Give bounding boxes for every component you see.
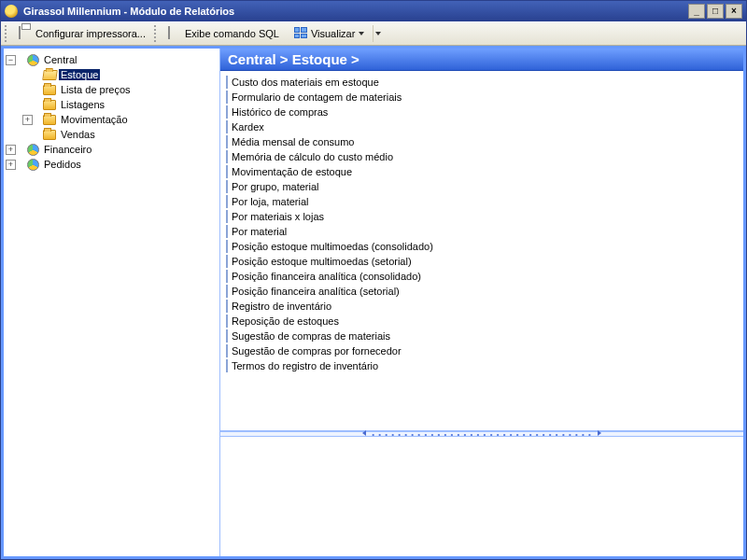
document-icon: [226, 301, 228, 312]
window-controls: _ □ ×: [686, 4, 742, 19]
expand-icon[interactable]: +: [6, 145, 16, 155]
breadcrumb-text: Central > Estoque >: [228, 51, 359, 67]
report-item[interactable]: Reposição de estoques: [226, 314, 738, 329]
tree-node-pedidos[interactable]: +Pedidos: [6, 157, 218, 172]
configure-printer-label: Configurar impressora...: [35, 28, 146, 39]
tree-label: Pedidos: [42, 159, 83, 170]
report-item[interactable]: Por materiais x lojas: [226, 209, 738, 224]
document-icon: [226, 241, 228, 252]
breadcrumb: Central > Estoque >: [220, 49, 743, 71]
report-item[interactable]: Kardex: [226, 119, 738, 134]
report-item[interactable]: Termos do registro de inventário: [226, 358, 738, 373]
document-icon: [226, 330, 228, 342]
document-icon: [226, 77, 228, 88]
chevron-left-icon: [362, 430, 366, 436]
visualize-dropdown[interactable]: [373, 25, 382, 42]
folder-icon: [42, 113, 57, 126]
report-label: Registro de inventário: [232, 301, 331, 312]
configure-printer-button[interactable]: Configurar impressora...: [12, 24, 152, 43]
titlebar[interactable]: Girassol Millennium - Módulo de Relatóri…: [1, 1, 746, 21]
report-item[interactable]: Custo dos materiais em estoque: [226, 75, 738, 90]
report-item[interactable]: Por loja, material: [226, 194, 738, 209]
report-label: Formulario de contagem de materiais: [232, 91, 402, 103]
report-label: Por materiais x lojas: [232, 211, 324, 222]
toolbar-grip[interactable]: [5, 25, 8, 42]
report-item[interactable]: Posição estoque multimoedas (setorial): [226, 254, 738, 269]
report-item[interactable]: Posição financeira analítica (consolidad…: [226, 269, 738, 284]
report-label: Posição estoque multimoedas (setorial): [232, 256, 412, 267]
printer-icon: [19, 27, 32, 40]
report-item[interactable]: Registro de inventário: [226, 299, 738, 314]
chevron-right-icon: [598, 430, 601, 436]
tree-label: Financeiro: [42, 144, 93, 155]
toolbar-grip-2[interactable]: [154, 25, 158, 42]
report-list-pane: Central > Estoque > Custo dos materiais …: [220, 49, 743, 431]
report-label: Memória de cálculo do custo médio: [232, 151, 393, 162]
document-icon: [226, 345, 228, 357]
folder-icon: [42, 128, 57, 141]
tree-spacer: [22, 100, 33, 110]
folder-icon: [42, 98, 57, 111]
tree-node-estoque[interactable]: Estoque: [6, 67, 218, 82]
document-icon: [226, 136, 228, 147]
report-label: Histórico de compras: [232, 106, 328, 118]
tree-node-listagens[interactable]: Listagens: [6, 97, 218, 112]
tree-node-financeiro[interactable]: +Financeiro: [6, 142, 218, 157]
close-button[interactable]: ×: [726, 4, 742, 19]
document-icon: [226, 315, 228, 327]
report-item[interactable]: Por grupo, material: [226, 179, 738, 194]
report-label: Termos do registro de inventário: [232, 360, 378, 371]
folder-open-icon: [42, 68, 57, 81]
report-list[interactable]: Custo dos materiais em estoqueFormulario…: [220, 71, 743, 377]
tree-node-vendas[interactable]: Vendas: [6, 127, 218, 142]
report-label: Média mensal de consumo: [232, 136, 354, 147]
tree-spacer: [22, 85, 33, 95]
folder-icon: [42, 83, 57, 96]
report-item[interactable]: Sugestão de compras de materiais: [226, 329, 738, 343]
module-icon: [25, 53, 40, 66]
document-icon: [226, 286, 228, 297]
report-item[interactable]: Sugestão de compras por fornecedor: [226, 343, 738, 358]
collapse-icon[interactable]: −: [6, 55, 16, 65]
report-item[interactable]: Formulario de contagem de materiais: [226, 90, 738, 105]
visualize-button[interactable]: Visualizar: [288, 24, 372, 43]
chevron-down-icon: [359, 32, 364, 35]
report-item[interactable]: Por material: [226, 224, 738, 239]
app-window: Girassol Millennium - Módulo de Relatóri…: [0, 0, 747, 560]
report-label: Movimentação de estoque: [232, 166, 352, 177]
report-item[interactable]: Histórico de compras: [226, 105, 738, 119]
show-sql-label: Exibe comando SQL: [185, 28, 279, 39]
content-area: Central > Estoque > Custo dos materiais …: [220, 49, 743, 556]
tree-spacer: [22, 130, 33, 140]
tree-node-movimentacao[interactable]: +Movimentação: [6, 112, 218, 127]
report-label: Por material: [232, 226, 287, 237]
visualize-label: Visualizar: [311, 28, 356, 39]
report-item[interactable]: Posição estoque multimoedas (consolidado…: [226, 239, 738, 254]
document-icon: [226, 196, 228, 207]
document-icon: [226, 166, 228, 177]
show-sql-button[interactable]: Exibe comando SQL: [162, 24, 286, 43]
chevron-down-icon: [375, 32, 381, 35]
document-icon: [226, 256, 228, 267]
report-item[interactable]: Memória de cálculo do custo médio: [226, 149, 738, 164]
tree-node-lista_precos[interactable]: Lista de preços: [6, 82, 218, 97]
report-item[interactable]: Movimentação de estoque: [226, 164, 738, 179]
document-icon: [226, 121, 228, 133]
document-icon: [226, 106, 228, 118]
tree-node-central[interactable]: − Central: [6, 52, 218, 67]
maximize-button[interactable]: □: [707, 4, 724, 19]
minimize-button[interactable]: _: [688, 4, 705, 19]
document-icon: [226, 91, 228, 103]
report-label: Reposição de estoques: [232, 315, 339, 327]
report-item[interactable]: Posição financeira analítica (setorial): [226, 284, 738, 299]
report-label: Custo dos materiais em estoque: [232, 77, 379, 88]
report-label: Posição estoque multimoedas (consolidado…: [232, 241, 433, 252]
module-icon: [25, 158, 40, 171]
window-title: Girassol Millennium - Módulo de Relatóri…: [23, 6, 686, 17]
report-label: Sugestão de compras por fornecedor: [232, 345, 402, 357]
expand-icon[interactable]: +: [22, 115, 33, 125]
report-item[interactable]: Média mensal de consumo: [226, 134, 738, 149]
navigation-tree[interactable]: − Central EstoqueLista de preçosListagen…: [4, 49, 220, 556]
expand-icon[interactable]: +: [6, 160, 16, 170]
tree-label: Vendas: [59, 129, 97, 140]
